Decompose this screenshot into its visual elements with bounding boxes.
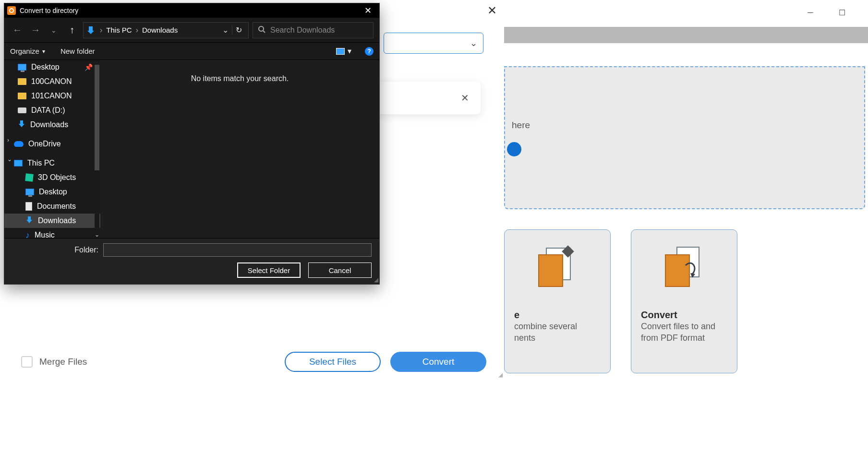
nav-forward-icon[interactable]: → xyxy=(28,23,43,37)
address-history-chevron-icon[interactable]: ⌄ xyxy=(218,25,232,35)
svg-point-8 xyxy=(259,26,264,31)
download-arrow-icon xyxy=(18,120,25,130)
chevron-down-icon: ⌄ xyxy=(470,38,477,48)
new-folder-button[interactable]: New folder xyxy=(60,47,95,55)
folder-name-input[interactable] xyxy=(103,243,372,257)
tree-item-desktop-quick[interactable]: Desktop📌 xyxy=(4,60,100,74)
svg-marker-13 xyxy=(26,220,32,223)
help-icon[interactable]: ? xyxy=(365,47,374,56)
tree-label: 3D Objects xyxy=(38,173,76,182)
svg-line-9 xyxy=(263,31,265,33)
tree-item-thispc[interactable]: This PC xyxy=(4,156,100,170)
tree-item-desktop[interactable]: Desktop xyxy=(4,185,100,199)
merge-files-label: Merge Files xyxy=(39,357,285,367)
app-dialog-resize-grip[interactable]: ◢ xyxy=(498,371,503,378)
file-dialog: Convert to directory ✕ ← → ⌄ ↑ › This PC… xyxy=(4,3,380,285)
bg-card-merge-title: e xyxy=(514,310,601,321)
tree-item-documents[interactable]: Documents xyxy=(4,199,100,214)
breadcrumb-sep-icon[interactable]: › xyxy=(99,26,103,35)
tree-label: Music xyxy=(35,231,55,238)
svg-marker-11 xyxy=(19,124,24,127)
desktop-icon xyxy=(25,189,34,195)
tree-label: Documents xyxy=(37,202,76,211)
cloud-icon xyxy=(14,141,24,147)
svg-rect-1 xyxy=(539,255,563,286)
file-dialog-footer: Folder: Select Folder Cancel ◢ xyxy=(4,238,379,284)
format-dropdown[interactable]: ⌄ xyxy=(384,33,483,54)
thispc-icon xyxy=(14,160,23,167)
breadcrumb-sep-icon[interactable]: › xyxy=(135,26,139,35)
tree-scrollbar-thumb[interactable] xyxy=(95,65,99,170)
file-dialog-resize-grip[interactable]: ◢ xyxy=(374,276,378,283)
svg-rect-12 xyxy=(28,216,31,220)
tree-item-3dobjects[interactable]: 3D Objects xyxy=(4,170,100,185)
tree-label: OneDrive xyxy=(28,140,61,148)
bg-card-merge-sub: combine several xyxy=(514,321,601,332)
tree-scroll-down-icon[interactable]: ⌄ xyxy=(94,231,100,238)
tree-label: 101CANON xyxy=(31,92,72,100)
nav-tree[interactable]: Desktop📌 100CANON 101CANON DATA (D:) Dow… xyxy=(4,60,100,238)
breadcrumb-downloads[interactable]: Downloads xyxy=(139,26,181,34)
bg-dropzone-or-circle xyxy=(507,142,521,156)
tree-item-data-d[interactable]: DATA (D:) xyxy=(4,103,100,118)
view-mode-chevron-icon[interactable]: ▾ xyxy=(348,47,351,56)
tree-label: Desktop xyxy=(39,188,67,196)
search-input[interactable]: Search Downloads xyxy=(253,22,374,38)
bg-dropzone[interactable]: here xyxy=(504,66,865,209)
bg-card-convert-sub: Convert files to and from PDF format xyxy=(641,321,727,344)
bg-card-convert-title: Convert xyxy=(641,310,727,321)
view-mode-icon[interactable] xyxy=(336,48,345,55)
breadcrumb-thispc[interactable]: This PC xyxy=(103,26,134,34)
svg-rect-10 xyxy=(20,120,23,124)
tree-collapse-icon[interactable]: ⌄ xyxy=(7,156,12,163)
tree-item-101canon[interactable]: 101CANON xyxy=(4,89,100,103)
merge-files-checkbox[interactable] xyxy=(21,356,33,368)
bg-dropzone-text: here xyxy=(512,120,530,131)
drive-icon xyxy=(18,107,26,113)
folder-icon xyxy=(18,78,26,85)
desktop-icon xyxy=(18,64,26,71)
documents-icon xyxy=(25,202,32,211)
tree-label: Desktop xyxy=(31,63,60,72)
app-dialog-close-icon[interactable]: ✕ xyxy=(485,4,499,17)
organize-chevron-icon: ▾ xyxy=(42,48,45,55)
file-dialog-titlebar[interactable]: Convert to directory ✕ xyxy=(4,3,379,18)
svg-marker-7 xyxy=(87,31,94,34)
convert-button[interactable]: Convert xyxy=(390,352,486,372)
organize-menu[interactable]: Organize ▾ xyxy=(10,47,45,55)
bg-window-controls: ─ ☐ xyxy=(799,3,868,22)
app-dialog-bottom-bar: Merge Files Select Files Convert xyxy=(21,347,486,376)
file-list-area[interactable]: No items match your search. xyxy=(100,60,379,238)
organize-label: Organize xyxy=(10,47,39,55)
bg-card-merge[interactable]: e combine several nents xyxy=(504,229,611,373)
tree-item-100canon[interactable]: 100CANON xyxy=(4,74,100,89)
tree-item-downloads-quick[interactable]: Downloads xyxy=(4,118,100,132)
bg-minimize-icon[interactable]: ─ xyxy=(799,3,822,22)
nav-recent-chevron-icon[interactable]: ⌄ xyxy=(47,23,61,37)
music-icon: ♪ xyxy=(25,231,30,238)
nav-back-icon[interactable]: ← xyxy=(10,23,24,37)
bg-card-merge-sub2: nents xyxy=(514,332,601,344)
search-placeholder: Search Downloads xyxy=(270,26,335,35)
file-chip-remove-icon[interactable]: ✕ xyxy=(461,92,469,104)
svg-rect-4 xyxy=(665,255,689,286)
folder-icon xyxy=(18,93,26,99)
select-folder-button[interactable]: Select Folder xyxy=(237,262,301,278)
refresh-icon[interactable]: ↻ xyxy=(232,25,245,35)
app-icon xyxy=(7,6,16,15)
select-files-button[interactable]: Select Files xyxy=(285,352,381,372)
tree-label: DATA (D:) xyxy=(31,106,65,115)
tree-item-onedrive: OneDrive xyxy=(4,137,100,151)
tree-item-music[interactable]: ♪Music xyxy=(4,228,100,238)
tree-expand-icon[interactable]: › xyxy=(7,137,9,143)
tree-item-downloads[interactable]: Downloads xyxy=(4,214,100,228)
folder-label: Folder: xyxy=(12,246,98,254)
nav-up-icon[interactable]: ↑ xyxy=(65,23,79,37)
address-bar[interactable]: › This PC › Downloads ⌄ ↻ xyxy=(83,22,249,38)
bg-maximize-icon[interactable]: ☐ xyxy=(831,3,854,22)
cancel-button[interactable]: Cancel xyxy=(308,262,372,278)
bg-card-convert[interactable]: Convert Convert files to and from PDF fo… xyxy=(631,229,737,373)
file-dialog-close-icon[interactable]: ✕ xyxy=(358,3,377,18)
pin-icon: 📌 xyxy=(84,63,93,71)
empty-message: No items match your search. xyxy=(191,74,289,83)
